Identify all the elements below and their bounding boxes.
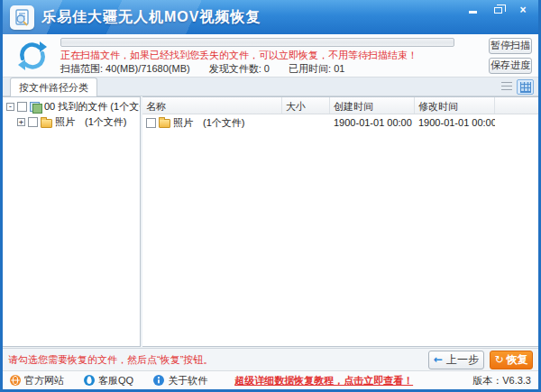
pause-scan-button[interactable]: 暂停扫描 bbox=[489, 38, 532, 54]
minimize-icon bbox=[469, 11, 477, 14]
expand-icon[interactable]: + bbox=[17, 118, 25, 126]
scan-range-label: 扫描范围: 40(MB)/71680(MB) bbox=[60, 63, 190, 74]
save-progress-button[interactable]: 保存进度 bbox=[489, 58, 532, 74]
official-website-label: 官方网站 bbox=[24, 374, 64, 387]
folder-icon bbox=[41, 119, 52, 128]
service-qq-label: 客服QQ bbox=[98, 374, 133, 387]
column-header-empty bbox=[495, 97, 538, 114]
tab-bar: 按文件路径分类 bbox=[3, 77, 538, 96]
previous-step-label: 上一步 bbox=[446, 352, 479, 368]
row-created-cell: 1900-01-01 00:00 bbox=[330, 117, 415, 128]
list-view-button[interactable] bbox=[498, 79, 515, 95]
service-qq-link[interactable]: 客服QQ bbox=[84, 374, 133, 387]
restore-icon bbox=[494, 7, 502, 14]
grid-view-icon bbox=[520, 82, 531, 93]
tree-item-photos[interactable]: + 照片 (1个文件) bbox=[3, 114, 140, 130]
window-title: 乐易佳大疆无人机MOV视频恢复 bbox=[41, 8, 261, 27]
view-toggles bbox=[498, 79, 534, 95]
minimize-button[interactable] bbox=[463, 3, 482, 16]
app-logo-icon bbox=[10, 5, 34, 30]
restore-button[interactable] bbox=[488, 3, 508, 16]
scan-toolbar: 正在扫描文件，如果已经找到您丢失的文件，可以立即恢复，不用等待扫描结束！ 扫描范… bbox=[3, 34, 538, 77]
app-window: 乐易佳大疆无人机MOV视频恢复 × 正在扫描文件，如果已经找到您丢失的文件，可以… bbox=[0, 0, 541, 392]
tutorial-link[interactable]: 超级详细数据恢复教程，点击立即查看！ bbox=[234, 374, 413, 387]
row-modified-cell: 1900-01-01 00:00 bbox=[415, 117, 495, 128]
globe-icon bbox=[10, 375, 21, 386]
info-icon bbox=[153, 375, 164, 386]
elapsed-time-label: 已用时间: 01 bbox=[289, 63, 344, 74]
tree-item-label: 00 找到的文件 (1个文件) bbox=[44, 100, 141, 114]
official-website-link[interactable]: 官方网站 bbox=[10, 374, 64, 387]
about-software-link[interactable]: 关于软件 bbox=[153, 374, 207, 387]
scan-status-area: 正在扫描文件，如果已经找到您丢失的文件，可以立即恢复，不用等待扫描结束！ 扫描范… bbox=[60, 36, 489, 75]
window-controls: × bbox=[463, 3, 533, 16]
list-view-icon bbox=[501, 82, 512, 92]
row-checkbox[interactable] bbox=[146, 118, 156, 128]
photos-checkbox[interactable] bbox=[28, 117, 38, 127]
file-list-panel: 名称 大小 创建时间 修改时间 照片 (1个文件) 1900-01-01 00:… bbox=[142, 96, 538, 347]
found-files-checkbox[interactable] bbox=[17, 102, 27, 112]
scan-status-message: 正在扫描文件，如果已经找到您丢失的文件，可以立即恢复，不用等待扫描结束！ bbox=[60, 49, 489, 62]
scan-control-buttons: 暂停扫描 保存进度 bbox=[489, 36, 534, 75]
file-list-body bbox=[142, 131, 538, 346]
title-bar: 乐易佳大疆无人机MOV视频恢复 × bbox=[3, 0, 538, 34]
recover-hint-text: 请勾选您需要恢复的文件，然后点“恢复”按钮。 bbox=[8, 353, 423, 367]
recycle-icon bbox=[5, 36, 60, 75]
version-label: 版本：V6.3.3 bbox=[472, 374, 531, 387]
grid-view-button[interactable] bbox=[517, 79, 534, 95]
recover-refresh-icon: ↻ bbox=[494, 353, 503, 366]
tree-item-label: 照片 (1个文件) bbox=[55, 115, 126, 129]
column-header-modified[interactable]: 修改时间 bbox=[415, 97, 495, 114]
back-arrow-icon: ← bbox=[434, 353, 443, 366]
row-name-cell: 照片 (1个文件) bbox=[142, 116, 282, 130]
folder-icon bbox=[159, 119, 170, 128]
found-files-icon bbox=[30, 102, 41, 112]
action-bar: 请勾选您需要恢复的文件，然后点“恢复”按钮。 ← 上一步 ↻ 恢复 bbox=[3, 348, 538, 370]
file-list-header: 名称 大小 创建时间 修改时间 bbox=[142, 97, 538, 114]
close-button[interactable]: × bbox=[513, 3, 533, 16]
column-header-size[interactable]: 大小 bbox=[282, 97, 330, 114]
column-header-created[interactable]: 创建时间 bbox=[330, 97, 415, 114]
qq-icon bbox=[84, 375, 95, 386]
found-files-label: 发现文件数: 0 bbox=[209, 63, 270, 74]
recover-label: 恢复 bbox=[507, 352, 528, 368]
scan-progress-bar bbox=[60, 38, 454, 47]
scan-info-line: 扫描范围: 40(MB)/71680(MB) 发现文件数: 0 已用时间: 01 bbox=[60, 62, 489, 75]
collapse-icon[interactable]: - bbox=[6, 103, 14, 111]
about-software-label: 关于软件 bbox=[168, 374, 207, 387]
folder-tree-panel: - 00 找到的文件 (1个文件) + 照片 (1个文件) bbox=[3, 96, 141, 347]
recover-button[interactable]: ↻ 恢复 bbox=[490, 351, 533, 369]
row-name-label: 照片 (1个文件) bbox=[173, 116, 244, 130]
previous-step-button[interactable]: ← 上一步 bbox=[428, 351, 484, 369]
table-row[interactable]: 照片 (1个文件) 1900-01-01 00:00 1900-01-01 00… bbox=[142, 114, 538, 131]
status-bar: 官方网站 客服QQ 关于软件 超级详细数据恢复教程，点击立即查看！ 版本：V6.… bbox=[3, 370, 538, 389]
tree-item-found-files[interactable]: - 00 找到的文件 (1个文件) bbox=[3, 99, 140, 114]
main-content: - 00 找到的文件 (1个文件) + 照片 (1个文件) 名称 大小 创建时间… bbox=[3, 96, 538, 348]
tab-file-path-category[interactable]: 按文件路径分类 bbox=[10, 77, 97, 96]
column-header-name[interactable]: 名称 bbox=[142, 97, 282, 114]
